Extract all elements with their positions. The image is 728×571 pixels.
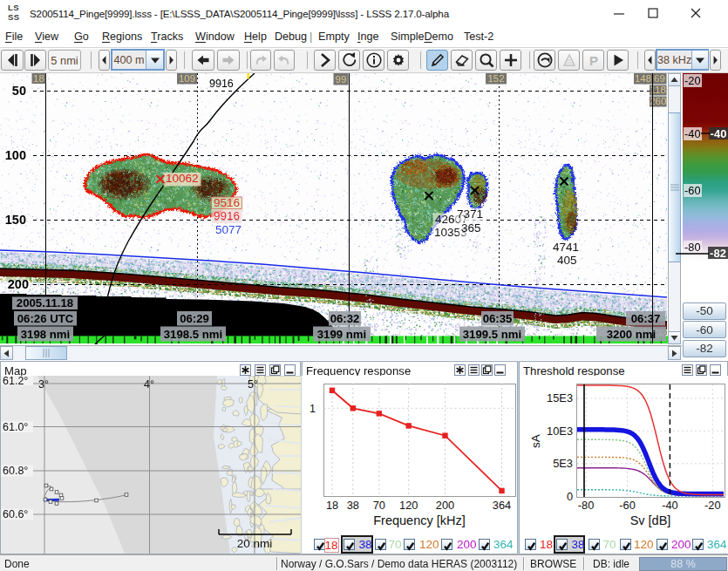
svg-text:200: 200 bbox=[436, 499, 454, 512]
svg-text:5077: 5077 bbox=[215, 223, 242, 236]
svg-text:148: 148 bbox=[635, 73, 651, 84]
svg-text:Sv [dB]: Sv [dB] bbox=[630, 513, 671, 527]
svg-text:50: 50 bbox=[12, 84, 26, 98]
svg-text:5°: 5° bbox=[248, 378, 258, 391]
svg-text:P: P bbox=[589, 53, 597, 68]
svg-text:7371: 7371 bbox=[457, 207, 483, 221]
svg-text:150: 150 bbox=[5, 213, 26, 227]
svg-text:sA: sA bbox=[529, 434, 542, 448]
svg-text:10E3: 10E3 bbox=[547, 425, 573, 438]
svg-text:3200 nmi: 3200 nmi bbox=[607, 328, 656, 341]
svg-text:-80: -80 bbox=[578, 499, 595, 512]
svg-text:5E3: 5E3 bbox=[553, 457, 573, 470]
svg-text:06:35: 06:35 bbox=[483, 312, 513, 325]
svg-text:365: 365 bbox=[461, 221, 481, 235]
svg-text:61.2°: 61.2° bbox=[3, 376, 28, 387]
svg-text:06:26 UTC: 06:26 UTC bbox=[17, 312, 74, 325]
svg-text:60.8°: 60.8° bbox=[3, 465, 28, 477]
svg-text:-40: -40 bbox=[662, 499, 678, 512]
svg-text:61.0°: 61.0° bbox=[3, 421, 28, 433]
svg-text:152: 152 bbox=[487, 73, 504, 84]
svg-text:405: 405 bbox=[557, 254, 577, 267]
svg-text:3198 nmi: 3198 nmi bbox=[21, 328, 70, 341]
svg-text:9916: 9916 bbox=[214, 209, 240, 222]
svg-text:15E3: 15E3 bbox=[547, 391, 573, 404]
svg-text:364: 364 bbox=[493, 499, 511, 512]
svg-text:0: 0 bbox=[567, 490, 573, 503]
svg-text:70: 70 bbox=[373, 499, 385, 512]
svg-text:1: 1 bbox=[310, 403, 316, 415]
svg-text:06:32: 06:32 bbox=[330, 312, 360, 325]
svg-text:99: 99 bbox=[336, 74, 347, 85]
svg-text:200: 200 bbox=[8, 277, 29, 291]
svg-text:10062: 10062 bbox=[166, 172, 199, 185]
svg-text:06:37: 06:37 bbox=[631, 312, 661, 325]
svg-text:3199 nmi: 3199 nmi bbox=[317, 328, 366, 341]
svg-text:9516: 9516 bbox=[214, 196, 240, 209]
svg-text:69: 69 bbox=[654, 73, 665, 84]
svg-text:-20: -20 bbox=[704, 499, 721, 512]
svg-text:18: 18 bbox=[326, 499, 338, 512]
svg-text:120: 120 bbox=[399, 499, 418, 512]
svg-text:100: 100 bbox=[5, 148, 26, 162]
svg-text:3198.5 nmi: 3198.5 nmi bbox=[164, 328, 222, 341]
svg-text:2005.11.18: 2005.11.18 bbox=[17, 296, 73, 309]
svg-text:06:29: 06:29 bbox=[180, 312, 209, 325]
svg-text:3199.5 nmi: 3199.5 nmi bbox=[463, 328, 521, 341]
svg-text:3°: 3° bbox=[38, 378, 49, 391]
svg-text:9916: 9916 bbox=[209, 78, 234, 90]
svg-text:18: 18 bbox=[33, 73, 44, 84]
svg-text:4°: 4° bbox=[144, 378, 154, 391]
svg-text:Frequency [kHz]: Frequency [kHz] bbox=[373, 513, 466, 527]
svg-text:109: 109 bbox=[179, 73, 195, 84]
svg-text:60.6°: 60.6° bbox=[3, 508, 28, 520]
svg-text:38: 38 bbox=[347, 499, 359, 512]
svg-text:-60: -60 bbox=[619, 499, 636, 512]
svg-text:4741: 4741 bbox=[553, 241, 579, 254]
